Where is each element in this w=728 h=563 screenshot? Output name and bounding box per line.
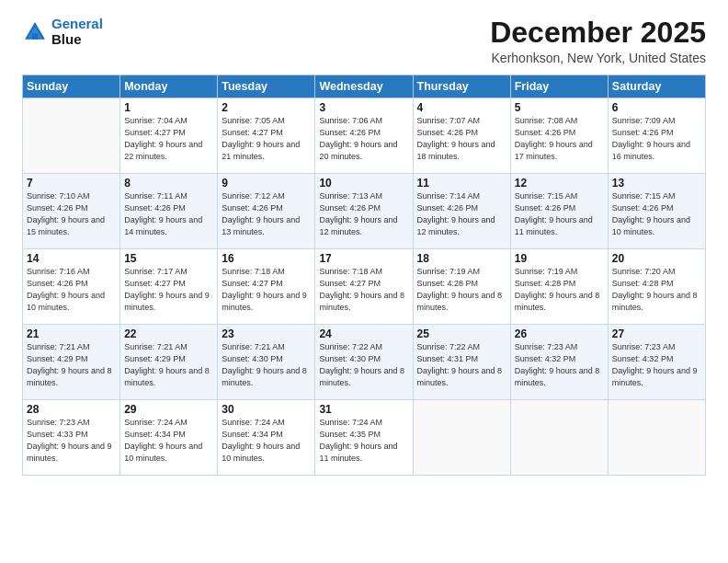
calendar-cell: 2Sunrise: 7:05 AMSunset: 4:27 PMDaylight… xyxy=(218,98,315,174)
page: General Blue December 2025 Kerhonkson, N… xyxy=(0,0,728,563)
calendar-cell: 5Sunrise: 7:08 AMSunset: 4:26 PMDaylight… xyxy=(510,98,608,174)
calendar-week-row: 28Sunrise: 7:23 AMSunset: 4:33 PMDayligh… xyxy=(23,400,706,476)
calendar-cell xyxy=(413,400,510,476)
calendar-cell: 22Sunrise: 7:21 AMSunset: 4:29 PMDayligh… xyxy=(120,325,218,400)
calendar-day-header: Thursday xyxy=(413,75,510,98)
calendar-cell: 3Sunrise: 7:06 AMSunset: 4:26 PMDaylight… xyxy=(315,98,413,174)
day-info: Sunrise: 7:13 AMSunset: 4:26 PMDaylight:… xyxy=(319,190,408,238)
calendar-cell: 12Sunrise: 7:15 AMSunset: 4:26 PMDayligh… xyxy=(510,174,608,249)
calendar-cell: 31Sunrise: 7:24 AMSunset: 4:35 PMDayligh… xyxy=(315,400,413,476)
calendar-cell: 15Sunrise: 7:17 AMSunset: 4:27 PMDayligh… xyxy=(120,249,218,325)
calendar-day-header: Sunday xyxy=(23,75,120,98)
day-number: 7 xyxy=(27,177,116,190)
day-number: 18 xyxy=(417,252,506,265)
day-info: Sunrise: 7:20 AMSunset: 4:28 PMDaylight:… xyxy=(612,266,701,314)
day-number: 17 xyxy=(319,252,408,265)
calendar-cell: 8Sunrise: 7:11 AMSunset: 4:26 PMDaylight… xyxy=(120,174,218,249)
calendar-cell xyxy=(23,98,120,174)
day-number: 11 xyxy=(417,177,506,190)
calendar-cell: 27Sunrise: 7:23 AMSunset: 4:32 PMDayligh… xyxy=(608,325,705,400)
day-info: Sunrise: 7:04 AMSunset: 4:27 PMDaylight:… xyxy=(124,115,213,163)
calendar-day-header: Monday xyxy=(120,75,218,98)
calendar-cell: 16Sunrise: 7:18 AMSunset: 4:27 PMDayligh… xyxy=(218,249,315,325)
calendar-week-row: 21Sunrise: 7:21 AMSunset: 4:29 PMDayligh… xyxy=(23,325,706,400)
day-number: 9 xyxy=(222,177,311,190)
day-info: Sunrise: 7:22 AMSunset: 4:31 PMDaylight:… xyxy=(417,341,506,389)
day-info: Sunrise: 7:14 AMSunset: 4:26 PMDaylight:… xyxy=(417,190,506,238)
day-info: Sunrise: 7:18 AMSunset: 4:27 PMDaylight:… xyxy=(319,266,408,314)
day-info: Sunrise: 7:16 AMSunset: 4:26 PMDaylight:… xyxy=(27,266,116,314)
day-number: 29 xyxy=(124,403,213,416)
day-number: 10 xyxy=(319,177,408,190)
day-number: 19 xyxy=(515,252,604,265)
day-number: 31 xyxy=(319,403,408,416)
calendar-cell: 7Sunrise: 7:10 AMSunset: 4:26 PMDaylight… xyxy=(23,174,120,249)
calendar: SundayMondayTuesdayWednesdayThursdayFrid… xyxy=(22,75,706,476)
day-number: 30 xyxy=(222,403,311,416)
day-number: 25 xyxy=(417,327,506,340)
day-info: Sunrise: 7:21 AMSunset: 4:29 PMDaylight:… xyxy=(27,341,116,389)
title-block: December 2025 Kerhonkson, New York, Unit… xyxy=(490,17,706,65)
day-info: Sunrise: 7:10 AMSunset: 4:26 PMDaylight:… xyxy=(27,190,116,238)
calendar-cell: 24Sunrise: 7:22 AMSunset: 4:30 PMDayligh… xyxy=(315,325,413,400)
day-number: 23 xyxy=(222,327,311,340)
day-number: 1 xyxy=(124,101,213,114)
calendar-cell: 10Sunrise: 7:13 AMSunset: 4:26 PMDayligh… xyxy=(315,174,413,249)
day-number: 21 xyxy=(27,327,116,340)
day-info: Sunrise: 7:21 AMSunset: 4:29 PMDaylight:… xyxy=(124,341,213,389)
day-info: Sunrise: 7:24 AMSunset: 4:34 PMDaylight:… xyxy=(222,417,311,465)
day-info: Sunrise: 7:24 AMSunset: 4:35 PMDaylight:… xyxy=(319,417,408,465)
day-info: Sunrise: 7:18 AMSunset: 4:27 PMDaylight:… xyxy=(222,266,311,314)
day-info: Sunrise: 7:05 AMSunset: 4:27 PMDaylight:… xyxy=(222,115,311,163)
day-number: 12 xyxy=(515,177,604,190)
calendar-cell: 23Sunrise: 7:21 AMSunset: 4:30 PMDayligh… xyxy=(218,325,315,400)
day-number: 14 xyxy=(27,252,116,265)
calendar-cell: 1Sunrise: 7:04 AMSunset: 4:27 PMDaylight… xyxy=(120,98,218,174)
logo-icon xyxy=(22,19,48,45)
logo: General Blue xyxy=(22,17,103,47)
day-info: Sunrise: 7:15 AMSunset: 4:26 PMDaylight:… xyxy=(612,190,701,238)
day-info: Sunrise: 7:21 AMSunset: 4:30 PMDaylight:… xyxy=(222,341,311,389)
day-number: 28 xyxy=(27,403,116,416)
day-info: Sunrise: 7:23 AMSunset: 4:32 PMDaylight:… xyxy=(612,341,701,389)
day-number: 13 xyxy=(612,177,701,190)
calendar-week-row: 1Sunrise: 7:04 AMSunset: 4:27 PMDaylight… xyxy=(23,98,706,174)
calendar-day-header: Wednesday xyxy=(315,75,413,98)
day-info: Sunrise: 7:22 AMSunset: 4:30 PMDaylight:… xyxy=(319,341,408,389)
day-info: Sunrise: 7:07 AMSunset: 4:26 PMDaylight:… xyxy=(417,115,506,163)
day-number: 4 xyxy=(417,101,506,114)
day-number: 20 xyxy=(612,252,701,265)
day-info: Sunrise: 7:23 AMSunset: 4:33 PMDaylight:… xyxy=(27,417,116,465)
day-info: Sunrise: 7:06 AMSunset: 4:26 PMDaylight:… xyxy=(319,115,408,163)
calendar-cell: 26Sunrise: 7:23 AMSunset: 4:32 PMDayligh… xyxy=(510,325,608,400)
calendar-cell: 9Sunrise: 7:12 AMSunset: 4:26 PMDaylight… xyxy=(218,174,315,249)
day-info: Sunrise: 7:08 AMSunset: 4:26 PMDaylight:… xyxy=(515,115,604,163)
day-info: Sunrise: 7:19 AMSunset: 4:28 PMDaylight:… xyxy=(417,266,506,314)
calendar-cell: 11Sunrise: 7:14 AMSunset: 4:26 PMDayligh… xyxy=(413,174,510,249)
calendar-cell: 13Sunrise: 7:15 AMSunset: 4:26 PMDayligh… xyxy=(608,174,705,249)
calendar-cell xyxy=(510,400,608,476)
calendar-week-row: 7Sunrise: 7:10 AMSunset: 4:26 PMDaylight… xyxy=(23,174,706,249)
day-number: 16 xyxy=(222,252,311,265)
day-info: Sunrise: 7:24 AMSunset: 4:34 PMDaylight:… xyxy=(124,417,213,465)
calendar-cell: 4Sunrise: 7:07 AMSunset: 4:26 PMDaylight… xyxy=(413,98,510,174)
day-number: 2 xyxy=(222,101,311,114)
svg-rect-2 xyxy=(32,33,38,39)
calendar-day-header: Friday xyxy=(510,75,608,98)
calendar-header-row: SundayMondayTuesdayWednesdayThursdayFrid… xyxy=(23,75,706,98)
calendar-cell: 30Sunrise: 7:24 AMSunset: 4:34 PMDayligh… xyxy=(218,400,315,476)
day-info: Sunrise: 7:09 AMSunset: 4:26 PMDaylight:… xyxy=(612,115,701,163)
calendar-cell: 14Sunrise: 7:16 AMSunset: 4:26 PMDayligh… xyxy=(23,249,120,325)
calendar-week-row: 14Sunrise: 7:16 AMSunset: 4:26 PMDayligh… xyxy=(23,249,706,325)
calendar-cell: 19Sunrise: 7:19 AMSunset: 4:28 PMDayligh… xyxy=(510,249,608,325)
day-info: Sunrise: 7:12 AMSunset: 4:26 PMDaylight:… xyxy=(222,190,311,238)
location: Kerhonkson, New York, United States xyxy=(490,51,706,65)
calendar-cell: 28Sunrise: 7:23 AMSunset: 4:33 PMDayligh… xyxy=(23,400,120,476)
calendar-cell: 21Sunrise: 7:21 AMSunset: 4:29 PMDayligh… xyxy=(23,325,120,400)
day-info: Sunrise: 7:17 AMSunset: 4:27 PMDaylight:… xyxy=(124,266,213,314)
day-number: 3 xyxy=(319,101,408,114)
day-number: 8 xyxy=(124,177,213,190)
day-number: 26 xyxy=(515,327,604,340)
calendar-cell: 29Sunrise: 7:24 AMSunset: 4:34 PMDayligh… xyxy=(120,400,218,476)
day-number: 27 xyxy=(612,327,701,340)
